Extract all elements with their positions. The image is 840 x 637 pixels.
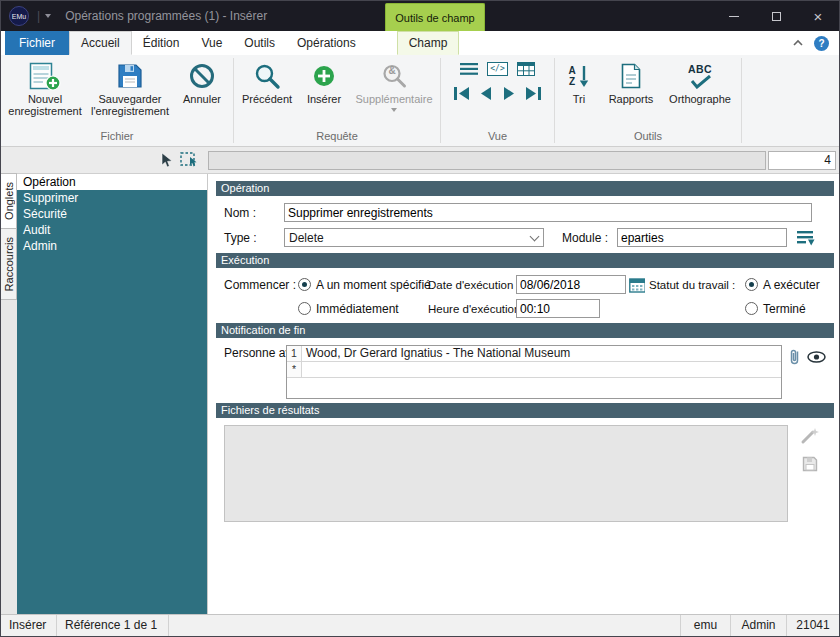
next-record-icon[interactable] (501, 86, 517, 101)
sidebar-item-operation[interactable]: Opération (17, 174, 207, 190)
module-lookup-icon[interactable] (795, 230, 815, 246)
spellcheck-button[interactable]: ABC Orthographe (661, 56, 739, 129)
quick-access-separator: | (37, 9, 40, 23)
title-bar: EMu | Opérations programmées (1) - Insér… (1, 1, 839, 31)
status-reference: Référence 1 de 1 (57, 615, 169, 636)
chevron-down-icon[interactable] (525, 229, 543, 246)
status-user: emu (681, 615, 731, 636)
window-title: Opérations programmées (1) - Insérer (65, 9, 267, 23)
date-execution-input[interactable] (516, 275, 626, 294)
radio-termine[interactable]: Terminé (745, 302, 806, 316)
tab-outils[interactable]: Outils (233, 31, 286, 55)
page-view-icon[interactable]: </> (487, 62, 507, 76)
help-icon[interactable]: ? (814, 36, 829, 51)
tab-vue[interactable]: Vue (190, 31, 233, 55)
app-icon[interactable]: EMu (9, 6, 29, 26)
sidebar-item-audit[interactable]: Audit (17, 222, 207, 238)
heure-execution-label: Heure d'exécution : (428, 303, 516, 315)
nom-label: Nom : (224, 206, 284, 220)
ribbon: Nouvel enregistrement Sauvegarder (1, 55, 839, 147)
view-record-eye-icon[interactable] (807, 351, 826, 363)
heure-execution-input[interactable] (516, 299, 600, 318)
insert-plus-icon (311, 59, 337, 93)
section-execution: Exécution (216, 253, 834, 268)
search-icon (253, 59, 281, 93)
module-input[interactable] (617, 228, 787, 247)
sort-button[interactable]: AZ Tri (557, 56, 601, 129)
personne-avisee-label: Personne avisée : (224, 345, 286, 360)
fichiers-resultats-area (224, 425, 788, 522)
minimize-icon (729, 16, 739, 17)
table-row[interactable]: 1 Wood, Dr Gerard Ignatius - The Nationa… (287, 346, 781, 362)
radio-immediatement[interactable]: Immédiatement (298, 302, 428, 316)
record-form: Opération Nom : Type : Delete Module : E… (207, 174, 839, 614)
contextual-tab-group-header: Outils de champ (385, 3, 485, 31)
spellcheck-icon: ABC (687, 59, 713, 93)
sidebar-item-securite[interactable]: Sécurité (17, 206, 207, 222)
list-view-icon[interactable] (460, 62, 478, 76)
maximize-icon (772, 12, 781, 21)
side-tab-raccourcis[interactable]: Raccourcis (1, 228, 17, 300)
tab-edition[interactable]: Édition (132, 31, 191, 55)
ribbon-group-label-vue: Vue (443, 129, 552, 146)
status-spacer (169, 615, 681, 636)
ribbon-group-requete: Précédent Insérer (234, 55, 440, 146)
ribbon-group-fichier: Nouvel enregistrement Sauvegarder (1, 55, 233, 146)
calendar-icon[interactable] (629, 277, 645, 293)
table-row[interactable]: * (287, 362, 781, 378)
sidebar-item-supprimer[interactable]: Supprimer (17, 190, 207, 206)
select-all-records-icon[interactable] (180, 152, 200, 168)
maximize-button[interactable] (755, 1, 797, 31)
radio-icon (298, 302, 311, 315)
save-icon (115, 59, 145, 93)
ribbon-group-label-fichier: Fichier (3, 129, 231, 146)
previous-record-icon[interactable] (478, 86, 494, 101)
commencer-label: Commencer : (224, 278, 298, 292)
extra-search-button[interactable]: & Supplémentaire (350, 56, 438, 129)
main-content: Onglets Raccourcis Opération Supprimer S… (1, 174, 839, 614)
tab-operations[interactable]: Opérations (286, 31, 367, 55)
quick-access-dropdown-icon[interactable] (45, 14, 51, 18)
first-record-icon[interactable] (453, 86, 471, 101)
close-icon: × (814, 9, 823, 24)
collapse-ribbon-icon[interactable] (792, 39, 804, 47)
app-window: EMu | Opérations programmées (1) - Insér… (0, 0, 840, 637)
insert-button[interactable]: Insérer (298, 56, 350, 129)
module-label: Module : (562, 231, 617, 245)
radio-moment-specifie[interactable]: A un moment spécifié (298, 278, 428, 292)
reports-button[interactable]: Rapports (601, 56, 661, 129)
new-record-button[interactable]: Nouvel enregistrement (3, 56, 87, 129)
last-record-icon[interactable] (524, 86, 542, 101)
cancel-button[interactable]: Annuler (173, 56, 231, 129)
radio-a-executer[interactable]: A exécuter (745, 278, 820, 292)
previous-search-button[interactable]: Précédent (236, 56, 298, 129)
nom-input[interactable] (284, 203, 812, 222)
status-session: 21041 (787, 615, 839, 636)
run-wand-icon[interactable] (800, 427, 820, 445)
tab-accueil[interactable]: Accueil (69, 31, 132, 55)
tab-fichier[interactable]: Fichier (5, 31, 69, 55)
side-tab-onglets[interactable]: Onglets (1, 173, 17, 229)
statut-travail-label: Statut du travail : (649, 279, 745, 291)
personne-avisee-table[interactable]: 1 Wood, Dr Gerard Ignatius - The Nationa… (286, 345, 782, 399)
ribbon-group-label-requete: Requête (236, 129, 438, 146)
status-group: Admin (731, 615, 787, 636)
type-select[interactable]: Delete (284, 228, 544, 247)
radio-icon (745, 302, 758, 315)
tab-champ[interactable]: Champ (397, 31, 460, 55)
save-record-button[interactable]: Sauvegarder l'enregistrement (87, 56, 173, 129)
minimize-button[interactable] (713, 1, 755, 31)
section-resultats: Fichiers de résultats (216, 403, 834, 418)
record-summary-bar (208, 151, 766, 170)
select-cursor-icon[interactable] (159, 152, 174, 168)
sidebar-item-admin[interactable]: Admin (17, 238, 207, 254)
save-results-icon[interactable] (801, 455, 819, 473)
status-mode: Insérer (1, 615, 57, 636)
report-document-icon (619, 59, 643, 93)
table-view-icon[interactable] (517, 62, 535, 76)
attachment-icon[interactable] (789, 347, 801, 367)
record-position-row: 4 (1, 147, 839, 174)
section-operation: Opération (216, 181, 834, 196)
close-button[interactable]: × (797, 1, 839, 31)
record-count: 4 (768, 151, 836, 170)
